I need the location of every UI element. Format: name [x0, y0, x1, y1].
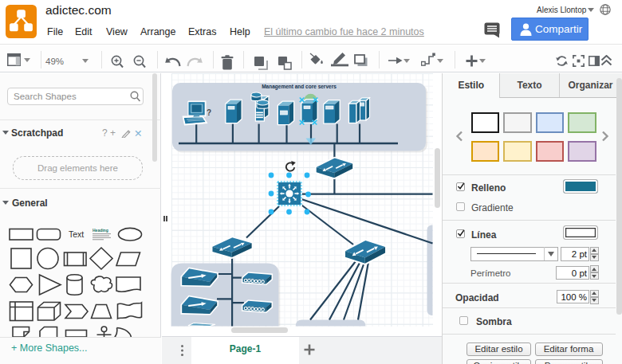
svg-text:?: ?: [207, 108, 211, 117]
svg-text:Heading: Heading: [93, 228, 108, 233]
svg-text:Management and core servers: Management and core servers: [262, 84, 337, 90]
svg-text:Text: Text: [69, 229, 84, 239]
